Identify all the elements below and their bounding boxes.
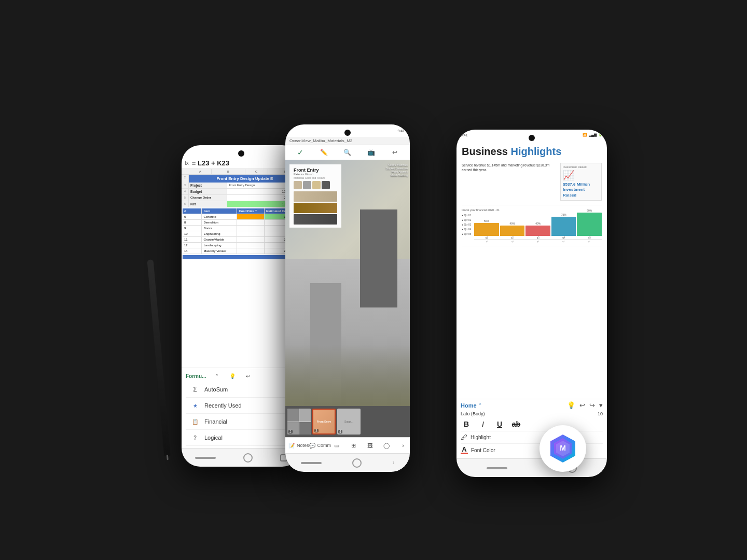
ppt-nav-recents[interactable]: ‹ — [393, 460, 394, 466]
autosum-label: AutoSum — [204, 386, 228, 393]
thumb-3-num: 3 — [314, 429, 319, 432]
battery-icon: 🔋 — [598, 133, 603, 137]
bar-q3-label: q3 — [537, 236, 540, 239]
menu-item-recently-used[interactable]: ★ Recently Used — [186, 398, 297, 414]
financial-icon: 📋 — [190, 416, 200, 427]
bar-q3-rect — [525, 226, 550, 236]
bar-chart-content: ● Qtr 01 ● Qtr 02 ● Qtr 03 ● Qtr 04 ● Qt… — [462, 213, 602, 243]
excel-status-bar: 9:41 — [182, 145, 301, 158]
word-font-size: 10 — [598, 411, 603, 416]
ppt-image-icon[interactable]: 🖼 — [364, 440, 376, 451]
word-toolbar-top: Home ⌃ 💡 ↩ ↪ ▾ — [461, 401, 603, 409]
ppt-swatches — [294, 181, 337, 189]
word-section-1: Service revenue $1.145m and marketing re… — [462, 163, 602, 201]
nav-back-icon[interactable] — [195, 457, 216, 459]
phone-powerpoint: 9:41 OceanView_Malibu_Materials_M2 ✓ ✏️ … — [285, 124, 410, 472]
ppt-nav-home[interactable] — [352, 458, 362, 468]
ppt-slide-view: Front Entry Exterior Finish Materials Co… — [285, 160, 410, 437]
home-label: Home — [461, 402, 477, 409]
chevron-up-down-icon[interactable]: ⌃ — [212, 371, 222, 381]
ppt-panel-subtitle: Exterior Finish — [294, 173, 337, 176]
ppt-bottom-bar: 📝 Notes 💬 Comm ▭ ⊞ 🖼 ◯ › — [285, 437, 410, 453]
excel-formula-bar: fx = L23 + K23 — [182, 158, 301, 169]
bar-q2-label: q2 — [511, 236, 514, 239]
bold-button[interactable]: B — [461, 418, 472, 430]
menu-item-logical[interactable]: ? Logical — [186, 430, 297, 446]
word-format-row: B I U ab — [461, 418, 603, 430]
bar-q3: 40% q3 — [525, 222, 550, 239]
investment-label: Investment Raised — [563, 165, 599, 169]
word-redo-icon[interactable]: ↪ — [589, 401, 595, 409]
excel-notch — [238, 150, 244, 157]
menu-item-financial[interactable]: 📋 Financial — [186, 414, 297, 430]
word-divider-2 — [462, 246, 602, 246]
strikethrough-button[interactable]: ab — [510, 418, 522, 430]
bar-q5-label: q5 — [588, 236, 591, 239]
scene: 9:41 fx = L23 + K23 A B C I 2 Front Entr… — [140, 73, 607, 487]
ppt-materials-note: Natural MaterialsStacked LimestoneWood A… — [385, 163, 408, 177]
word-home-button[interactable]: Home ⌃ — [461, 402, 482, 409]
word-more-icon[interactable]: ▾ — [599, 401, 603, 409]
bar-q2-pct: 40% — [510, 222, 515, 225]
formula-text: = L23 + K23 — [192, 159, 229, 167]
phone-word: 9:41 📶 ▂▄▆ 🔋 Business Highlights Service… — [457, 130, 607, 477]
word-title-highlight: Highlights — [510, 146, 561, 157]
ppt-thumbnails: 2 Front Entry 3 Suppl... 4 — [285, 406, 410, 437]
bars-container: 50% q1 40% q2 40% — [474, 213, 602, 239]
bar-q1-label: q1 — [486, 236, 488, 239]
financial-label: Financial — [204, 418, 227, 425]
thumb-4-num: 4 — [338, 430, 342, 433]
bulb-icon[interactable]: 💡 — [228, 371, 237, 381]
ppt-status-bar: 9:41 — [285, 124, 410, 137]
comm-label: Comm — [317, 443, 331, 448]
undo-icon[interactable]: ↩ — [243, 371, 253, 381]
ppt-more-icon[interactable]: › — [397, 440, 409, 451]
bar-q2-rect — [500, 226, 525, 236]
check-icon[interactable]: ✓ — [295, 147, 306, 158]
italic-button[interactable]: I — [477, 418, 489, 430]
word-bar-chart: Fiscal year financial 2020 - 21 ● Qtr 01… — [462, 208, 602, 243]
logical-icon: ? — [190, 432, 200, 443]
thumb-2-num: 2 — [288, 430, 293, 433]
wifi-icon: 📶 — [583, 133, 587, 137]
ppt-grid-icon[interactable]: ⊞ — [348, 440, 359, 451]
pen-icon[interactable]: ✏️ — [318, 147, 329, 158]
underline-button[interactable]: U — [494, 418, 505, 430]
ppt-panel-title: Front Entry — [294, 167, 337, 173]
comm-tab[interactable]: 💬 Comm — [309, 443, 331, 449]
ppt-toolbar: ✓ ✏️ 🔍 📺 ↩ — [285, 145, 410, 160]
stylus — [147, 259, 170, 456]
excel-mini-table: # Item Cost/Price T Estimated Cost 6Conc… — [183, 208, 300, 254]
word-font-row: Lato (Body) 10 — [461, 411, 603, 416]
word-bulb-icon[interactable]: 💡 — [567, 401, 575, 409]
ppt-nav-back[interactable] — [301, 462, 322, 464]
ppt-shape-icon[interactable]: ◯ — [381, 440, 392, 451]
sigma-icon: Σ — [190, 384, 200, 395]
ppt-thumb-4[interactable]: Suppl... 4 — [337, 409, 361, 435]
bar-chart-bars: 50% q1 40% q2 40% — [474, 213, 602, 243]
svg-text:M: M — [560, 444, 566, 452]
display-icon[interactable]: 📺 — [366, 147, 377, 158]
nav-home-icon[interactable] — [243, 453, 253, 463]
excel-toolbar: Formu... ⌃ 💡 ↩ Σ AutoSum ★ Recently Used… — [182, 368, 301, 448]
bar-q4-pct: 75% — [561, 213, 566, 216]
word-status-icons: 📶 ▂▄▆ 🔋 — [583, 133, 603, 137]
word-nav-back[interactable] — [487, 467, 507, 469]
word-body-text: Service revenue $1.145m and marketing re… — [462, 163, 556, 201]
bar-q4: 75% q4 — [551, 213, 576, 239]
ppt-front-entry-panel: Front Entry Exterior Finish Materials Co… — [289, 164, 341, 228]
search-icon[interactable]: 🔍 — [342, 147, 353, 158]
undo-ppt-icon[interactable]: ↩ — [389, 147, 400, 158]
word-time: 9:41 — [461, 133, 468, 137]
ppt-slide-icon[interactable]: ▭ — [331, 440, 342, 451]
menu-item-autosum[interactable]: Σ AutoSum — [186, 382, 297, 398]
bar-q5-pct: 90% — [587, 209, 592, 212]
word-doc-title: Business Highlights — [462, 145, 602, 158]
excel-toolbar-title: Formu... — [186, 373, 206, 379]
ppt-thumb-3[interactable]: Front Entry 3 — [312, 409, 336, 435]
swatch-3 — [312, 181, 321, 189]
notes-tab[interactable]: 📝 Notes — [288, 443, 309, 449]
ppt-thumb-2[interactable]: 2 — [287, 409, 311, 435]
word-undo-icon[interactable]: ↩ — [579, 401, 585, 409]
ppt-slide-main: Front Entry Exterior Finish Materials Co… — [285, 160, 410, 406]
